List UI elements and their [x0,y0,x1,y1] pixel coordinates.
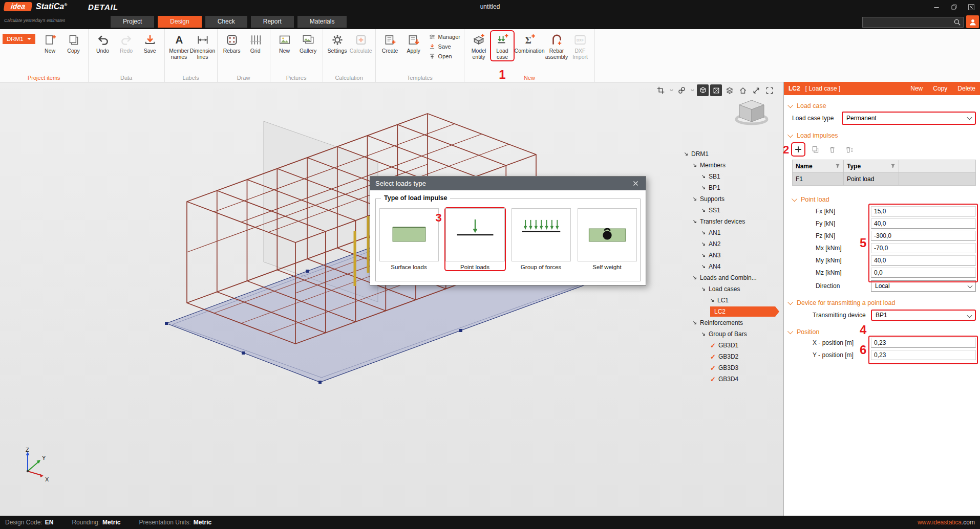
delete-all-impulses-button[interactable] [843,143,855,156]
section-load-case[interactable]: Load case [789,102,976,109]
delete-impulse-button[interactable] [826,143,838,156]
delete-button[interactable]: Delete [957,85,975,92]
rebar-assembly-button[interactable]: Rebar assembly [545,31,568,60]
dialog-close-icon[interactable] [630,179,641,189]
create-button[interactable]: Create [379,31,401,54]
tree-item-lc2[interactable]: LC2 [682,306,779,317]
tab-report[interactable]: Report [251,16,294,28]
view-solid-icon[interactable] [697,84,709,96]
load-case-type-select[interactable]: Permanent [842,112,976,125]
settings-button[interactable]: Settings [326,31,349,54]
column-header-name[interactable]: Name [793,160,844,172]
minimize-button[interactable] [930,2,943,12]
transmitting-device-select[interactable]: BP1 [871,310,976,321]
tab-design[interactable]: Design [158,16,201,28]
tree-item-lc1[interactable]: LC1 [682,295,779,306]
new-button[interactable]: New [910,85,923,92]
tree-expand-icon[interactable] [701,287,706,292]
checkbox-checked-icon[interactable]: ✓ [710,353,716,361]
fx-input[interactable] [871,206,976,216]
column-header-type[interactable]: Type [844,160,899,172]
tree-item-supports[interactable]: Supports [682,193,779,205]
tree-item-loads-and-combin[interactable]: Loads and Combin... [682,272,779,283]
open-button[interactable]: Open [429,52,460,60]
tree-expand-icon[interactable] [701,332,706,337]
maximize-button[interactable] [947,2,961,12]
tree-expand-icon[interactable] [684,152,689,157]
member-names-button[interactable]: AMember names [168,31,190,60]
tree-expand-icon[interactable] [693,276,697,280]
tree-expand-icon[interactable] [701,231,706,235]
dropdown-chevron[interactable] [689,84,695,96]
direction-select[interactable]: Local [871,280,976,292]
section-position[interactable]: Position [789,328,976,336]
dxf-import-button[interactable]: DXFDXF Import [569,31,591,60]
tree-expand-icon[interactable] [693,197,697,202]
fullscreen-icon[interactable] [763,84,775,96]
rebars-button[interactable]: Rebars [221,31,243,54]
model-entity-button[interactable]: Model entity [467,31,490,60]
apply-button[interactable]: Apply [402,31,425,54]
manager-button[interactable]: Manager [429,33,460,41]
x-position-input[interactable] [871,338,976,348]
tree-item-group-of-bars[interactable]: Group of Bars [682,328,779,340]
tree-item-gb3d3[interactable]: ✓GB3D3 [682,362,779,373]
viewport-3d[interactable]: ZYX DRM1MembersSB1BP1SupportsSS1Transfer… [0,82,783,516]
website-link[interactable]: www.ideastatica.com [918,519,975,526]
new-button[interactable]: New [39,31,61,54]
option-self-weight[interactable]: Self weight [578,208,637,270]
layers-icon[interactable] [723,84,735,96]
tree-item-gb3d1[interactable]: ✓GB3D1 [682,340,779,351]
grid-button[interactable]: Grid [244,31,267,54]
search-input[interactable] [863,19,953,26]
tree-item-sb1[interactable]: SB1 [682,171,779,182]
save-button[interactable]: Save [139,31,161,54]
my-input[interactable] [871,255,976,266]
tree-item-gb3d4[interactable]: ✓GB3D4 [682,373,779,385]
section-transmitting-device[interactable]: Device for transmitting a point load [789,299,976,306]
gallery-button[interactable]: Gallery [297,31,319,54]
tree-item-an1[interactable]: AN1 [682,227,779,238]
view-edges-icon[interactable] [710,84,722,96]
new-button[interactable]: New [273,31,296,54]
home-icon[interactable] [737,84,749,96]
calculate-button[interactable]: Calculate [350,31,372,54]
project-item-selector[interactable]: DRM1 [3,34,35,44]
tree-item-transfer-devices[interactable]: Transfer devices [682,216,779,227]
fy-input[interactable] [871,218,976,229]
checkbox-checked-icon[interactable]: ✓ [710,376,716,383]
redo-button[interactable]: Redo [115,31,138,54]
undo-button[interactable]: Undo [92,31,114,54]
tree-expand-icon[interactable] [701,242,706,247]
copy-button[interactable]: Copy [933,85,947,92]
tree-item-load-cases[interactable]: Load cases [682,283,779,295]
tree-expand-icon[interactable] [701,264,706,269]
dimension-lines-button[interactable]: Dimension lines [191,31,214,60]
link-icon[interactable] [676,84,688,96]
section-point-load[interactable]: Point load [793,196,976,203]
tree-item-drm1[interactable]: DRM1 [682,148,779,160]
tree-expand-icon[interactable] [701,253,706,258]
search-box[interactable] [862,17,964,28]
tree-item-an4[interactable]: AN4 [682,261,779,272]
dropdown-chevron[interactable] [668,84,674,96]
tree-expand-icon[interactable] [701,186,706,190]
tree-expand-icon[interactable] [693,219,697,224]
section-load-impulses[interactable]: Load impulses [789,132,976,139]
impulse-row[interactable]: F1Point load [793,173,975,185]
tab-check[interactable]: Check [205,16,247,28]
tree-item-members[interactable]: Members [682,160,779,171]
user-icon[interactable] [966,15,979,28]
tree-item-an3[interactable]: AN3 [682,250,779,261]
copy-impulse-button[interactable] [809,143,821,156]
checkbox-checked-icon[interactable]: ✓ [710,364,716,372]
checkbox-checked-icon[interactable]: ✓ [710,342,716,349]
copy-button[interactable]: Copy [62,31,85,54]
tree-expand-icon[interactable] [701,208,706,213]
save-button[interactable]: Save [429,42,460,51]
load-case-button[interactable]: Load case1 [491,31,514,60]
option-surface-loads[interactable]: Surface loads [379,208,439,270]
tree-expand-icon[interactable] [693,321,697,325]
tree-item-ss1[interactable]: SS1 [682,205,779,216]
add-impulse-button[interactable] [792,143,804,156]
